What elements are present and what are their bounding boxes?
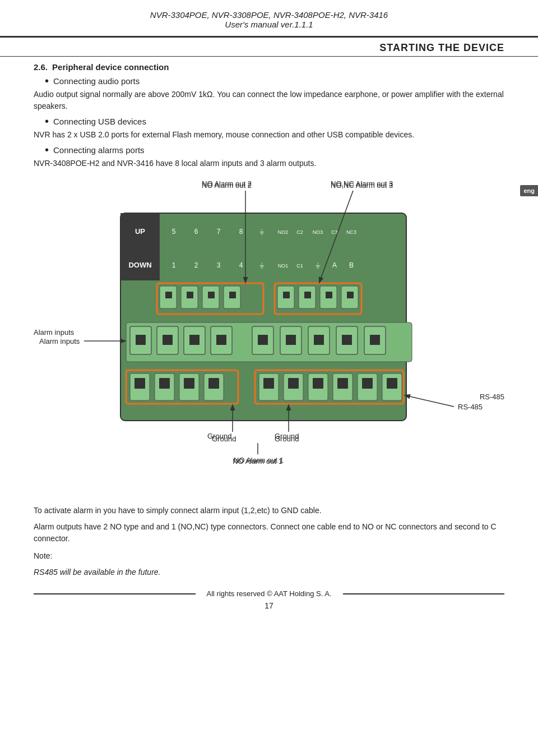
svg-rect-54 <box>163 335 173 345</box>
svg-rect-55 <box>189 335 200 345</box>
svg-rect-79 <box>288 378 299 389</box>
bullet-dot-alarms: • <box>45 144 49 155</box>
svg-text:⏚: ⏚ <box>259 227 265 236</box>
svg-text:UP: UP <box>135 227 145 236</box>
bullet-usb: • Connecting USB devices <box>45 117 504 127</box>
svg-text:NO2: NO2 <box>278 229 289 235</box>
svg-text:NO Alarm out 2: NO Alarm out 2 <box>202 181 252 190</box>
svg-text:8: 8 <box>239 228 243 236</box>
svg-text:7: 7 <box>217 228 221 236</box>
svg-rect-33 <box>229 292 236 298</box>
svg-rect-42 <box>347 292 354 298</box>
svg-text:Alarm inputs: Alarm inputs <box>39 337 80 345</box>
content-area: 2.6. Peripheral device connection • Conn… <box>0 62 538 578</box>
section-heading-text: STARTING THE DEVICE <box>379 42 504 54</box>
note-text: RS485 will be available in the future. <box>34 566 504 578</box>
svg-text:B: B <box>349 261 354 269</box>
svg-text:NO Alarm out 1: NO Alarm out 1 <box>234 456 284 464</box>
svg-text:⏚: ⏚ <box>259 260 265 269</box>
alarm-outputs-text: Alarm outputs have 2 NO type and and 1 (… <box>34 521 504 545</box>
svg-text:RS-485: RS-485 <box>458 403 483 411</box>
svg-rect-67 <box>134 378 145 389</box>
bullet-dot-audio: • <box>45 75 49 86</box>
header-title: NVR-3304POE, NVR-3308POE, NVR-3408POE-H2… <box>0 10 538 20</box>
bullet-label-alarms: Connecting alarms ports <box>53 145 145 155</box>
bullet-audio: • Connecting audio ports <box>45 76 504 86</box>
svg-text:5: 5 <box>172 228 176 236</box>
activate-alarm-text: To activate alarm in you have to simply … <box>34 505 504 517</box>
svg-rect-32 <box>208 292 215 298</box>
header-subtitle: User's manual ver.1.1.1 <box>0 20 538 29</box>
svg-text:4: 4 <box>239 261 243 269</box>
svg-rect-69 <box>184 378 194 389</box>
note-label: Note: <box>34 550 504 562</box>
svg-text:NO,NC Alarm out 3: NO,NC Alarm out 3 <box>331 181 393 190</box>
svg-rect-60 <box>342 335 352 345</box>
bullet-label-audio: Connecting audio ports <box>53 76 140 86</box>
svg-text:3: 3 <box>217 261 221 269</box>
svg-text:NC3: NC3 <box>346 229 356 235</box>
page-header: NVR-3304POE, NVR-3308POE, NVR-3408POE-H2… <box>0 0 538 33</box>
section-title: Peripheral device connection <box>52 62 169 72</box>
section-title-row: 2.6. Peripheral device connection <box>34 62 504 72</box>
svg-rect-53 <box>136 335 146 345</box>
audio-description: Audio output signal normally are above 2… <box>34 89 504 112</box>
svg-rect-78 <box>263 378 274 389</box>
svg-rect-81 <box>337 378 348 389</box>
page-number: 17 <box>0 601 538 610</box>
svg-rect-56 <box>216 335 226 345</box>
section-heading-bar: STARTING THE DEVICE <box>0 36 538 57</box>
alarms-description: NVR-3408POE-H2 and NVR-3416 have 8 local… <box>34 158 504 169</box>
svg-text:A: A <box>332 261 337 269</box>
board-diagram-svg: UP DOWN 5 6 7 8 ⏚ NO2 C2 NO3 C3 NC3 1 2 <box>34 174 504 488</box>
svg-rect-59 <box>314 335 324 345</box>
section-number: 2.6. <box>34 62 48 72</box>
svg-rect-83 <box>387 378 397 389</box>
footer-divider: All rights reserved © AAT Holding S. A. <box>34 589 504 598</box>
bullet-label-usb: Connecting USB devices <box>53 117 146 126</box>
svg-rect-40 <box>304 292 311 298</box>
svg-text:Ground: Ground <box>275 435 299 443</box>
diagram-wrapper: NO Alarm out 2 NO,NC Alarm out 3 Alarm i… <box>34 174 504 499</box>
footer-copyright: All rights reserved © AAT Holding S. A. <box>207 589 332 598</box>
svg-rect-70 <box>208 378 219 389</box>
svg-text:⏚: ⏚ <box>316 260 321 269</box>
svg-rect-61 <box>370 335 380 345</box>
page-wrapper: NVR-3304POE, NVR-3308POE, NVR-3408POE-H2… <box>0 0 538 756</box>
svg-rect-57 <box>258 335 268 345</box>
svg-rect-41 <box>326 292 332 298</box>
svg-line-87 <box>405 395 454 407</box>
footer-line-left <box>34 593 196 594</box>
svg-rect-80 <box>313 378 323 389</box>
svg-text:C1: C1 <box>296 263 303 269</box>
bullet-dot-usb: • <box>45 116 49 127</box>
svg-text:6: 6 <box>194 228 198 236</box>
svg-rect-39 <box>283 292 290 298</box>
svg-text:NO3: NO3 <box>313 229 323 235</box>
eng-badge: eng <box>520 185 538 196</box>
svg-rect-82 <box>362 378 373 389</box>
bullet-alarms: • Connecting alarms ports <box>45 145 504 155</box>
svg-rect-30 <box>165 292 172 298</box>
usb-description: NVR has 2 x USB 2.0 ports for external F… <box>34 129 504 141</box>
svg-rect-31 <box>187 292 193 298</box>
svg-text:1: 1 <box>172 261 176 269</box>
svg-text:NO1: NO1 <box>278 263 289 269</box>
svg-text:2: 2 <box>194 261 198 269</box>
svg-text:Ground: Ground <box>212 435 236 443</box>
footer-line-right <box>343 593 505 594</box>
svg-text:DOWN: DOWN <box>128 261 151 269</box>
svg-rect-58 <box>286 335 296 345</box>
svg-rect-68 <box>159 378 170 389</box>
svg-text:C2: C2 <box>296 229 303 235</box>
